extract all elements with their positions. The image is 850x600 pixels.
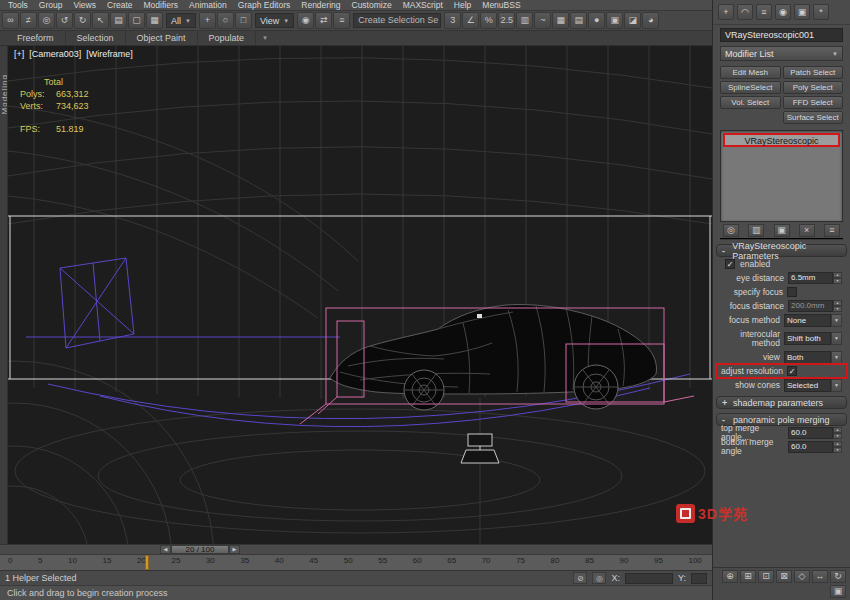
focus-distance-value[interactable]: 200.0mm xyxy=(788,300,833,312)
use-pivot-center-icon[interactable]: ◉ xyxy=(297,12,314,29)
absolute-mode-icon[interactable]: ◎ xyxy=(592,572,606,584)
spinner-arrows[interactable]: ▴▾ xyxy=(833,272,842,284)
snap-angle-icon[interactable]: ∠ xyxy=(462,12,479,29)
pan-icon[interactable]: ↔ xyxy=(812,570,828,583)
snap-percent-icon[interactable]: % xyxy=(480,12,497,29)
select-and-rotate-icon[interactable]: ○ xyxy=(217,12,234,29)
modifier-button[interactable]: Surface Select xyxy=(783,111,844,124)
current-frame-marker[interactable] xyxy=(145,555,149,570)
orbit-icon[interactable]: ↻ xyxy=(830,570,846,583)
create-tab[interactable]: + xyxy=(718,4,734,20)
menu-item[interactable]: MAXScript xyxy=(403,0,443,10)
ribbon-tab[interactable]: Object Paint xyxy=(126,31,198,45)
camera-viewport[interactable]: [+] [Camera003] [Wireframe] Total Polys:… xyxy=(8,46,712,544)
next-frame-icon[interactable]: ▶ xyxy=(229,545,240,554)
track-view-icon[interactable]: ~ xyxy=(534,12,551,29)
adjust-resolution-checkbox[interactable]: ✓ xyxy=(787,366,797,376)
make-unique-icon[interactable]: ▣ xyxy=(774,224,790,237)
viewport-general-menu[interactable]: [+] xyxy=(14,49,24,59)
ribbon-tab[interactable]: Selection xyxy=(66,31,126,45)
viewport-shading-menu[interactable]: [Wireframe] xyxy=(86,49,133,59)
modifier-list-dropdown[interactable]: Modifier List ▼ xyxy=(720,46,843,61)
mirror-icon[interactable]: ⇄ xyxy=(315,12,332,29)
select-by-name-icon[interactable]: ▤ xyxy=(110,12,127,29)
chevron-down-icon[interactable]: ▼ xyxy=(831,314,842,327)
hierarchy-tab[interactable]: ≡ xyxy=(756,4,772,20)
menu-item[interactable]: Customize xyxy=(352,0,392,10)
selection-lock-icon[interactable]: ⊘ xyxy=(573,572,587,584)
eye-distance-value[interactable]: 6.5mm xyxy=(788,272,833,284)
edit-named-sets-icon[interactable]: ▥ xyxy=(516,12,533,29)
ribbon-side-tab[interactable]: Modeling xyxy=(0,46,8,544)
spin-down-icon[interactable]: ▾ xyxy=(833,306,842,312)
show-cones-dropdown[interactable]: Selected ▼ xyxy=(784,379,842,392)
menu-item[interactable]: Tools xyxy=(8,0,28,10)
rollout-header[interactable]: - VRayStereoscopic Parameters xyxy=(716,244,847,257)
field-of-view-icon[interactable]: ◇ xyxy=(794,570,810,583)
spin-down-icon[interactable]: ▾ xyxy=(833,278,842,284)
modifier-button[interactable]: FFD Select xyxy=(783,96,844,109)
unlink-icon[interactable]: ≠ xyxy=(20,12,37,29)
bottom-merge-spinner[interactable]: 60.0 ▴▾ xyxy=(788,441,842,453)
zoom-icon[interactable]: ⊕ xyxy=(722,570,738,583)
spinner-arrows[interactable]: ▴▾ xyxy=(833,300,842,312)
render-setup-icon[interactable]: ▣ xyxy=(606,12,623,29)
viewport-scene[interactable] xyxy=(8,46,712,544)
schematic-view-icon[interactable]: ▦ xyxy=(552,12,569,29)
remove-modifier-icon[interactable]: × xyxy=(799,224,815,237)
display-tab[interactable]: ▣ xyxy=(794,4,810,20)
window-crossing-icon[interactable]: ▦ xyxy=(146,12,163,29)
select-object-icon[interactable]: ↖ xyxy=(92,12,109,29)
select-and-move-icon[interactable]: + xyxy=(199,12,216,29)
interocular-method-dropdown[interactable]: Shift both ▼ xyxy=(784,332,842,345)
bottom-merge-value[interactable]: 60.0 xyxy=(788,441,833,453)
modifier-button[interactable]: Vol. Select xyxy=(720,96,781,109)
rendered-frame-icon[interactable]: ◪ xyxy=(624,12,641,29)
material-editor-icon[interactable]: ● xyxy=(588,12,605,29)
chevron-down-icon[interactable]: ▼ xyxy=(831,351,842,364)
menu-item[interactable]: Graph Editors xyxy=(238,0,290,10)
pin-stack-icon[interactable]: ◎ xyxy=(723,224,739,237)
modifier-button[interactable]: SplineSelect xyxy=(720,81,781,94)
ribbon-tab[interactable]: Freeform xyxy=(6,31,66,45)
menu-item[interactable]: Help xyxy=(454,0,471,10)
chevron-down-icon[interactable]: ▼ xyxy=(831,379,842,392)
configure-modifier-sets-icon[interactable]: ≡ xyxy=(824,224,840,237)
previous-frame-icon[interactable]: ◀ xyxy=(160,545,171,554)
menu-item[interactable]: MenuBSS xyxy=(482,0,520,10)
time-slider-handle[interactable]: 20 / 100 xyxy=(171,545,229,554)
undo-icon[interactable]: ↺ xyxy=(56,12,73,29)
spin-down-icon[interactable]: ▾ xyxy=(833,447,842,453)
y-coordinate-field[interactable] xyxy=(691,573,707,584)
modify-tab[interactable]: ◠ xyxy=(737,4,753,20)
menu-item[interactable]: Animation xyxy=(189,0,227,10)
focus-method-dropdown[interactable]: None ▼ xyxy=(784,314,842,327)
zoom-extents-all-icon[interactable]: ⊠ xyxy=(776,570,792,583)
ribbon-tab[interactable]: Populate xyxy=(198,31,257,45)
eye-distance-spinner[interactable]: 6.5mm ▴▾ xyxy=(788,272,842,284)
modifier-stack[interactable]: VRayStereoscopic xyxy=(720,130,843,222)
modifier-button[interactable]: Edit Mesh xyxy=(720,66,781,79)
object-name-field[interactable]: VRayStereoscopic001 xyxy=(720,28,843,42)
top-merge-value[interactable]: 60.0 xyxy=(788,427,833,439)
spinner-arrows[interactable]: ▴▾ xyxy=(833,427,842,439)
chevron-down-icon[interactable]: ▼ xyxy=(831,332,842,345)
render-production-icon[interactable]: ◕ xyxy=(642,12,659,29)
menu-item[interactable]: Create xyxy=(107,0,133,10)
select-and-scale-icon[interactable]: □ xyxy=(235,12,252,29)
motion-tab[interactable]: ◉ xyxy=(775,4,791,20)
track-bar[interactable]: 0510152025303540455055606570758085909510… xyxy=(0,554,712,570)
utilities-tab[interactable]: * xyxy=(813,4,829,20)
bind-to-space-warp-icon[interactable]: ◎ xyxy=(38,12,55,29)
viewport-pov-menu[interactable]: [Camera003] xyxy=(29,49,81,59)
maximize-viewport-icon[interactable]: ▣ xyxy=(830,585,846,598)
modifier-button[interactable]: Patch Select xyxy=(783,66,844,79)
redo-icon[interactable]: ↻ xyxy=(74,12,91,29)
enabled-checkbox[interactable]: ✓ xyxy=(725,259,735,269)
rollout-header[interactable]: + shademap parameters xyxy=(716,396,847,409)
selection-filter-dropdown[interactable]: All ▼ xyxy=(166,13,196,28)
top-merge-spinner[interactable]: 60.0 ▴▾ xyxy=(788,427,842,439)
zoom-all-icon[interactable]: ⊞ xyxy=(740,570,756,583)
view-dropdown[interactable]: Both ▼ xyxy=(784,351,842,364)
show-end-result-icon[interactable]: ▥ xyxy=(748,224,764,237)
